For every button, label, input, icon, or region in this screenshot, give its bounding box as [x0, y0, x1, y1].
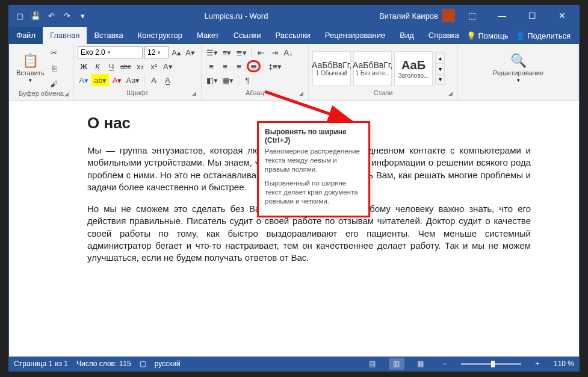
- tooltip-text: Выровненный по ширине текст делает края …: [265, 179, 362, 206]
- tab-insert[interactable]: Вставка: [87, 27, 130, 44]
- word-window: ▢ 💾 ↶ ↷ ▾ Lumpics.ru - Word Виталий Каир…: [8, 5, 580, 372]
- share-button[interactable]: 👤 Поделиться: [516, 31, 571, 40]
- style-normal[interactable]: АаБбВвГг, 1 Обычный: [312, 51, 351, 86]
- status-proof-icon[interactable]: ▢: [140, 360, 146, 368]
- group-label: Абзац: [246, 89, 264, 96]
- superscript-button[interactable]: x²: [148, 60, 160, 72]
- group-paragraph: ☰▾ ≡▾ ≣▾ ⇤ ⇥ A↓ ≡ ≡ ≡ ≣ ‡≡▾ ◧▾: [202, 44, 309, 100]
- cut-button[interactable]: ✂: [48, 46, 60, 58]
- group-clipboard: 📋 Вставить ▾ ✂ ⎘ 🖌 Буфер обмена◢: [9, 44, 74, 100]
- paste-icon: 📋: [22, 53, 39, 69]
- font-size-combo[interactable]: 12▾: [144, 46, 169, 58]
- align-left-button[interactable]: ≡: [205, 60, 217, 72]
- view-print-icon[interactable]: ▥: [389, 358, 404, 370]
- launcher-icon[interactable]: ◢: [192, 90, 196, 96]
- user-name: Виталий Каиров: [379, 11, 438, 20]
- zoom-out-button[interactable]: −: [437, 358, 453, 370]
- decrease-indent-button[interactable]: ⇤: [255, 46, 267, 58]
- tab-layout[interactable]: Макет: [190, 27, 226, 44]
- tab-references[interactable]: Ссылки: [226, 27, 268, 44]
- multilevel-button[interactable]: ≣▾: [235, 46, 248, 58]
- align-center-button[interactable]: ≡: [219, 60, 231, 72]
- zoom-level[interactable]: 110 %: [554, 360, 574, 368]
- group-label: Буфер обмена: [19, 90, 64, 97]
- launcher-icon[interactable]: ◢: [448, 90, 453, 96]
- font-name-combo[interactable]: Exo 2.0▾: [78, 46, 143, 58]
- format-painter-button[interactable]: 🖌: [48, 78, 60, 90]
- statusbar: Страница 1 из 1 Число слов: 115 ▢ русски…: [9, 357, 579, 371]
- group-label: Шрифт: [126, 89, 148, 96]
- shading-button[interactable]: ◧▾: [205, 74, 219, 86]
- help-button[interactable]: 💡 Помощь: [466, 31, 509, 40]
- font-color2-button[interactable]: A▾: [78, 74, 90, 86]
- highlight-button[interactable]: ab▾: [91, 74, 109, 86]
- tooltip-title: Выровнять по ширине (Ctrl+J): [265, 128, 362, 145]
- status-words[interactable]: Число слов: 115: [76, 360, 131, 368]
- align-right-button[interactable]: ≡: [233, 60, 245, 72]
- maximize-button[interactable]: ☐: [519, 5, 545, 26]
- ribbon-options-icon[interactable]: ⬚: [459, 5, 485, 26]
- tab-view[interactable]: Вид: [392, 27, 421, 44]
- subscript-button[interactable]: x₂: [134, 60, 146, 72]
- group-font: Exo 2.0▾ 12▾ A▴ A▾ Ж К Ч abc x₂ x² A▾ A▾…: [74, 44, 202, 100]
- underline-button[interactable]: Ч: [105, 60, 117, 72]
- line-spacing-button[interactable]: ‡≡▾: [267, 60, 283, 72]
- styles-scroll[interactable]: ▴▾▾: [435, 52, 445, 85]
- status-page[interactable]: Страница 1 из 1: [14, 360, 68, 368]
- clear-format-button[interactable]: A̶: [147, 74, 159, 86]
- sort-button[interactable]: A↓: [282, 46, 294, 58]
- window-title: Lumpics.ru - Word: [93, 11, 379, 20]
- ribbon: 📋 Вставить ▾ ✂ ⎘ 🖌 Буфер обмена◢ Exo 2.0…: [9, 44, 579, 101]
- undo-icon[interactable]: ↶: [46, 11, 56, 20]
- numbering-button[interactable]: ≡▾: [221, 46, 233, 58]
- zoom-in-button[interactable]: +: [530, 358, 545, 370]
- increase-indent-button[interactable]: ⇥: [268, 46, 280, 58]
- close-button[interactable]: ✕: [549, 5, 575, 26]
- view-read-icon[interactable]: ▤: [365, 358, 380, 370]
- bullets-button[interactable]: ☰▾: [205, 46, 219, 58]
- tab-review[interactable]: Рецензирование: [318, 27, 392, 44]
- ribbon-tabs: Файл Главная Вставка Конструктор Макет С…: [9, 26, 579, 44]
- show-marks-button[interactable]: ¶: [241, 74, 253, 86]
- paste-button[interactable]: 📋 Вставить ▾: [13, 46, 48, 90]
- borders-button[interactable]: ▦▾: [221, 74, 235, 86]
- grow-font-button[interactable]: A▴: [170, 46, 182, 58]
- font-color-button[interactable]: A▾: [111, 74, 123, 86]
- justify-tooltip: Выровнять по ширине (Ctrl+J) Равномерное…: [257, 121, 370, 217]
- tab-home[interactable]: Главная: [43, 27, 87, 44]
- zoom-slider[interactable]: [461, 363, 521, 365]
- group-styles: АаБбВвГг, 1 Обычный АаБбВвГг, 1 Без инте…: [309, 44, 458, 100]
- char-border-button[interactable]: A̲: [161, 74, 173, 86]
- save-icon[interactable]: 💾: [31, 11, 40, 20]
- tab-mailings[interactable]: Рассылки: [268, 27, 317, 44]
- tooltip-text: Равномерное распределение текста между л…: [265, 147, 362, 174]
- tab-file[interactable]: Файл: [9, 27, 43, 44]
- tab-design[interactable]: Конструктор: [131, 27, 190, 44]
- view-web-icon[interactable]: ▦: [413, 358, 429, 370]
- user-account[interactable]: Виталий Каиров: [379, 9, 455, 22]
- italic-button[interactable]: К: [91, 60, 104, 72]
- style-heading1[interactable]: АаБ Заголово...: [394, 51, 433, 86]
- strike-button[interactable]: abc: [119, 60, 132, 72]
- group-editing: 🔍 Редактирование ▾: [458, 44, 579, 100]
- minimize-button[interactable]: —: [489, 5, 515, 26]
- change-case-button[interactable]: Aa▾: [125, 74, 141, 86]
- group-label: Стили: [374, 89, 393, 96]
- launcher-icon[interactable]: ◢: [64, 91, 69, 97]
- shrink-font-button[interactable]: A▾: [184, 46, 196, 58]
- avatar: [442, 9, 455, 22]
- editing-button[interactable]: 🔍 Редактирование ▾: [462, 46, 575, 89]
- redo-icon[interactable]: ↷: [62, 11, 72, 20]
- titlebar: ▢ 💾 ↶ ↷ ▾ Lumpics.ru - Word Виталий Каир…: [9, 5, 579, 26]
- text-effects-button[interactable]: A▾: [162, 60, 174, 72]
- find-icon: 🔍: [510, 53, 527, 69]
- copy-button[interactable]: ⎘: [48, 62, 60, 74]
- autosave-icon[interactable]: ▢: [15, 11, 25, 20]
- qat-customize-icon[interactable]: ▾: [78, 11, 87, 20]
- tab-help[interactable]: Справка: [421, 27, 466, 44]
- status-language[interactable]: русский: [155, 360, 181, 368]
- align-justify-button[interactable]: ≣: [247, 60, 261, 72]
- bold-button[interactable]: Ж: [78, 60, 90, 72]
- launcher-icon[interactable]: ◢: [299, 90, 303, 96]
- style-nospacing[interactable]: АаБбВвГг, 1 Без инте...: [353, 51, 392, 86]
